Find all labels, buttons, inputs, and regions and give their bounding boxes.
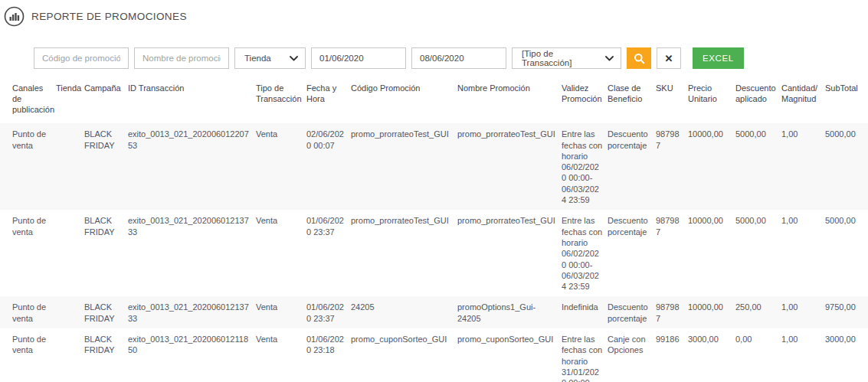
- table-cell: Entre las fechas con horario 06/02/2020 …: [562, 210, 608, 296]
- table-cell: Canje con Opciones: [608, 328, 656, 382]
- column-header-10: Clase de Beneficio: [608, 79, 656, 123]
- fecha-hasta-input[interactable]: [411, 47, 506, 69]
- close-icon: ✕: [665, 53, 673, 64]
- table-cell: 3000,00: [688, 328, 735, 382]
- app-header: REPORTE DE PROMOCIONES: [0, 0, 868, 28]
- column-header-9: Validez Promoción: [562, 79, 608, 123]
- table-cell: 9750,00: [825, 296, 868, 328]
- table-cell: Indefinida: [562, 296, 608, 328]
- table-cell: 250,00: [735, 296, 781, 328]
- table-cell: 1,00: [781, 296, 825, 328]
- table-cell: 01/06/2020 23:37: [306, 296, 351, 328]
- table-cell: 02/06/2020 00:07: [306, 123, 351, 210]
- clear-button[interactable]: ✕: [657, 47, 681, 69]
- tipo-transaccion-select[interactable]: [Tipo de Transacción]: [512, 47, 621, 69]
- table-cell: exito_0013_021_20200601220753: [128, 123, 256, 210]
- column-header-15: SubTotal: [825, 79, 868, 123]
- table-cell: 10000,00: [688, 210, 735, 296]
- column-header-6: Fecha y Hora: [306, 79, 351, 123]
- table-cell: 5000,00: [825, 210, 868, 296]
- table-cell: 01/06/2020 23:37: [306, 210, 351, 296]
- column-header-3: Campaña: [84, 79, 128, 123]
- table-cell: 0,00: [735, 328, 781, 382]
- table-cell: 3000,00: [825, 328, 868, 382]
- table-cell: Entre las fechas con horario 31/01/2020 …: [562, 328, 608, 382]
- column-header-4: ID Transacción: [128, 79, 256, 123]
- column-header-12: Precio Unitario: [688, 79, 735, 123]
- page-title: REPORTE DE PROMOCIONES: [31, 11, 187, 22]
- table-cell: promo_prorrateoTest_GUI: [457, 210, 562, 296]
- search-button[interactable]: [627, 47, 651, 69]
- column-header-11: SKU: [656, 79, 688, 123]
- table-cell: [56, 123, 84, 210]
- table-cell: Descuento porcentaje: [608, 296, 656, 328]
- table-cell: Punto de venta: [0, 328, 56, 382]
- table-cell: [56, 296, 84, 328]
- table-cell: Entre las fechas con horario 06/02/2020 …: [562, 123, 608, 210]
- table-cell: Punto de venta: [0, 296, 56, 328]
- table-cell: 10000,00: [688, 296, 735, 328]
- table-cell: BLACK FRIDAY: [84, 328, 128, 382]
- table-cell: Venta: [256, 210, 306, 296]
- magnifier-icon: [634, 53, 645, 64]
- column-header-2: Tienda: [56, 79, 84, 123]
- table-row: Punto de ventaBLACK FRIDAYexito_0013_021…: [0, 123, 868, 210]
- table-cell: promo_prorrateoTest_GUI: [457, 123, 562, 210]
- bar-chart-icon: [4, 6, 25, 27]
- table-cell: 10000,00: [688, 123, 735, 210]
- column-header-7: Código Promoción: [351, 79, 457, 123]
- table-cell: 5000,00: [735, 123, 781, 210]
- filter-bar: Tienda [Tipo de Transacción] ✕ EXCEL: [34, 47, 868, 69]
- codigo-promocion-input[interactable]: [34, 47, 129, 69]
- column-header-8: Nombre Promoción: [457, 79, 562, 123]
- column-header-5: Tipo de Transacción: [256, 79, 306, 123]
- excel-export-button[interactable]: EXCEL: [693, 47, 744, 69]
- chevron-down-icon: [605, 56, 614, 61]
- table-cell: 99186: [656, 328, 688, 382]
- table-row: Punto de ventaBLACK FRIDAYexito_0013_021…: [0, 328, 868, 382]
- table-cell: 987987: [656, 210, 688, 296]
- table-cell: exito_0013_021_20200601213733: [128, 210, 256, 296]
- column-header-13: Descuento aplicado: [735, 79, 781, 123]
- chevron-down-icon: [290, 56, 298, 61]
- table-cell: BLACK FRIDAY: [84, 123, 128, 210]
- table-cell: Descuento porcentaje: [608, 210, 656, 296]
- table-cell: Venta: [256, 296, 306, 328]
- tienda-select[interactable]: Tienda: [234, 47, 306, 69]
- table-cell: BLACK FRIDAY: [84, 210, 128, 296]
- table-cell: Descuento porcentaje: [608, 123, 656, 210]
- table-cell: 5000,00: [825, 123, 868, 210]
- nombre-promocion-input[interactable]: [134, 47, 229, 69]
- table-cell: 1,00: [781, 123, 825, 210]
- table-cell: exito_0013_021_20200601211850: [128, 328, 256, 382]
- table-cell: promo_cuponSorteo_GUI: [351, 328, 457, 382]
- table-cell: promoOptions1_Gui-24205: [457, 296, 562, 328]
- table-cell: promo_prorrateoTest_GUI: [351, 210, 457, 296]
- table-cell: 987987: [656, 123, 688, 210]
- table-cell: 01/06/2020 23:18: [306, 328, 351, 382]
- column-header-14: Cantidad/ Magnitud: [781, 79, 825, 123]
- promotions-table: Canales de publicaciónTiendaCampañaID Tr…: [0, 79, 868, 382]
- table-cell: Punto de venta: [0, 123, 56, 210]
- tienda-select-value: Tienda: [244, 54, 271, 63]
- table-cell: 1,00: [781, 210, 825, 296]
- table-cell: Venta: [256, 328, 306, 382]
- table-cell: Venta: [256, 123, 306, 210]
- table-cell: exito_0013_021_20200601213733: [128, 296, 256, 328]
- table-cell: [56, 328, 84, 382]
- column-header-1: Canales de publicación: [0, 79, 56, 123]
- table-cell: 24205: [351, 296, 457, 328]
- table-cell: 1,00: [781, 328, 825, 382]
- table-cell: BLACK FRIDAY: [84, 296, 128, 328]
- table-cell: [56, 210, 84, 296]
- table-header-row: Canales de publicaciónTiendaCampañaID Tr…: [0, 79, 868, 123]
- fecha-desde-input[interactable]: [311, 47, 406, 69]
- tipo-transaccion-select-value: [Tipo de Transacción]: [522, 49, 601, 67]
- table-row: Punto de ventaBLACK FRIDAYexito_0013_021…: [0, 210, 868, 296]
- table-row: Punto de ventaBLACK FRIDAYexito_0013_021…: [0, 296, 868, 328]
- table-cell: 5000,00: [735, 210, 781, 296]
- table-cell: promo_cuponSorteo_GUI: [457, 328, 562, 382]
- table-cell: promo_prorrateoTest_GUI: [351, 123, 457, 210]
- table-cell: Punto de venta: [0, 210, 56, 296]
- table-cell: 987987: [656, 296, 688, 328]
